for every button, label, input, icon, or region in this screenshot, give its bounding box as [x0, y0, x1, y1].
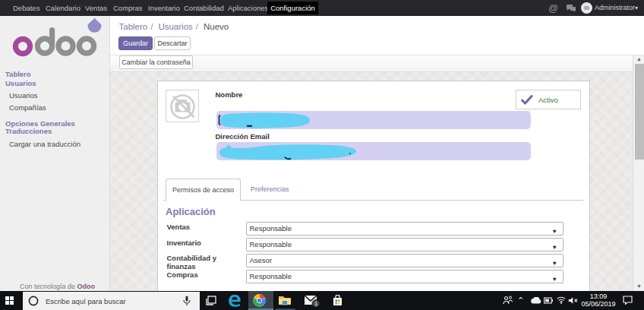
svg-text:1: 1: [314, 300, 317, 307]
